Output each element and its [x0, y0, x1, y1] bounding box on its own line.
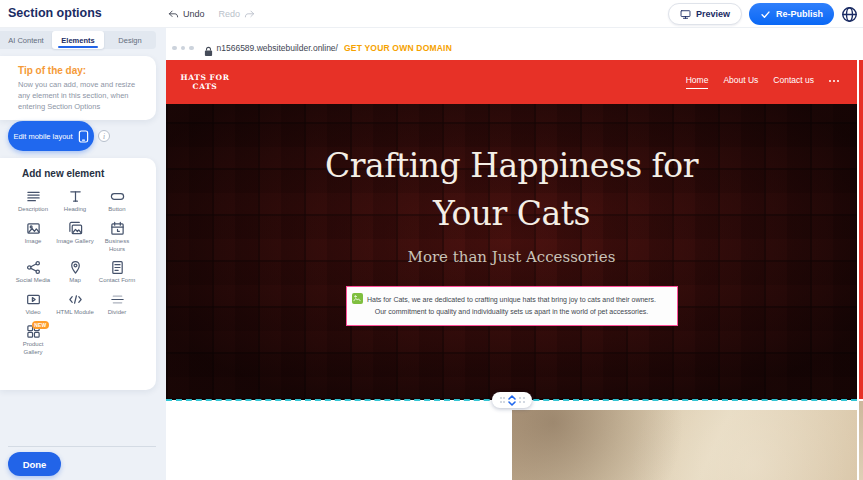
edit-mobile-layout-button[interactable]: Edit mobile layout	[8, 121, 94, 151]
republish-label: Re-Publish	[776, 9, 823, 19]
site-url: n1566589.websitebuilder.online/	[217, 43, 338, 53]
image-gallery-icon	[68, 221, 83, 236]
element-item-heading[interactable]: Heading	[54, 187, 96, 214]
hero-title[interactable]: Crafting Happiness for Your Cats	[166, 142, 857, 238]
redo-label: Redo	[219, 9, 241, 19]
tip-body: Now you can add, move and resize any ele…	[18, 80, 146, 113]
check-icon	[760, 9, 771, 20]
phone-icon	[78, 130, 89, 143]
tab-elements[interactable]: Elements	[52, 31, 104, 49]
element-item-button[interactable]: Button	[96, 187, 138, 214]
handle-grip-dots-icon	[519, 397, 525, 403]
undo-icon	[168, 9, 179, 20]
nav-item-about-us[interactable]: About Us	[723, 75, 758, 89]
video-icon	[26, 292, 41, 307]
element-label: Divider	[97, 309, 137, 317]
social-media-icon	[26, 260, 41, 275]
element-label: Social Media	[13, 277, 53, 285]
business-hours-icon	[110, 221, 125, 236]
element-label: Image	[13, 238, 53, 246]
done-button[interactable]: Done	[8, 452, 61, 476]
hero-subtitle[interactable]: More than Just Accessories	[166, 248, 857, 266]
hero-paragraph-text: Hats for Cats, we are dedicated to craft…	[367, 296, 656, 315]
site-edge-strip-header	[859, 60, 863, 399]
site-logo[interactable]: HATS FOR CATS	[180, 73, 230, 91]
element-item-map[interactable]: Map	[54, 258, 96, 285]
tip-title: Tip of the day:	[18, 65, 146, 76]
element-item-contact-form[interactable]: Contact Form	[96, 258, 138, 285]
preview-label: Preview	[696, 9, 730, 19]
button-icon	[110, 189, 125, 204]
site-header[interactable]: HATS FOR CATS Home About Us Contact us	[166, 60, 857, 104]
divider-icon	[110, 292, 125, 307]
tab-design[interactable]: Design	[104, 31, 156, 49]
description-icon	[26, 189, 41, 204]
site-edge-strip-image	[859, 401, 863, 480]
undo-label: Undo	[183, 9, 205, 19]
get-domain-link[interactable]: GET YOUR OWN DOMAIN	[344, 43, 452, 53]
element-grid: Description Heading Button Image Image G…	[12, 187, 156, 357]
html-module-icon	[68, 292, 83, 307]
republish-button[interactable]: Re-Publish	[749, 3, 834, 25]
element-label: Product Gallery	[13, 341, 53, 357]
hero-section[interactable]: Crafting Happiness for Your Cats More th…	[166, 104, 857, 400]
tip-of-the-day-card: Tip of the day: Now you can add, move an…	[0, 56, 156, 120]
element-item-description[interactable]: Description	[12, 187, 54, 214]
element-item-html-module[interactable]: HTML Module	[54, 290, 96, 317]
monitor-icon	[680, 9, 691, 20]
resize-arrows-icon	[508, 395, 516, 406]
lock-icon	[204, 43, 213, 54]
section-resize-handle[interactable]	[492, 392, 532, 408]
element-image-handle-icon[interactable]	[352, 293, 363, 304]
element-item-image[interactable]: Image	[12, 219, 54, 254]
element-label: Video	[13, 309, 53, 317]
edit-mobile-label: Edit mobile layout	[13, 132, 72, 141]
redo-button[interactable]: Redo	[219, 9, 256, 20]
image-icon	[26, 221, 41, 236]
nav-item-home[interactable]: Home	[686, 75, 709, 89]
sidebar-tabs: AI Content Elements Design	[0, 31, 156, 49]
sidebar-divider	[8, 446, 156, 447]
element-item-social-media[interactable]: Social Media	[12, 258, 54, 285]
element-item-business-hours[interactable]: Business Hours	[96, 219, 138, 254]
contact-form-icon	[110, 260, 125, 275]
add-new-element-panel: Add new element Description Heading Butt…	[0, 158, 156, 390]
heading-icon	[68, 189, 83, 204]
redo-icon	[244, 9, 255, 20]
element-item-image-gallery[interactable]: Image Gallery	[54, 219, 96, 254]
element-label: Image Gallery	[55, 238, 95, 246]
page-title: Section options	[8, 6, 102, 20]
history-controls: Undo Redo	[168, 0, 255, 28]
element-label: Heading	[55, 206, 95, 214]
sidebar: AI Content Elements Design Tip of the da…	[0, 28, 166, 480]
new-badge: NEW	[32, 321, 49, 329]
element-label: Business Hours	[97, 238, 137, 254]
element-label: HTML Module	[55, 309, 95, 317]
element-item-video[interactable]: Video	[12, 290, 54, 317]
window-dots-icon	[172, 46, 194, 51]
map-icon	[68, 260, 83, 275]
undo-button[interactable]: Undo	[168, 9, 205, 20]
element-label: Description	[13, 206, 53, 214]
next-section	[166, 401, 857, 480]
info-icon[interactable]: i	[98, 130, 110, 142]
element-item-product-gallery[interactable]: NEW Product Gallery	[12, 322, 54, 357]
element-label: Map	[55, 277, 95, 285]
site-nav: Home About Us Contact us	[686, 75, 839, 89]
language-globe-icon[interactable]	[841, 6, 858, 23]
editor-canvas: n1566589.websitebuilder.online/ GET YOUR…	[166, 28, 863, 480]
nav-item-contact-us[interactable]: Contact us	[773, 75, 814, 89]
browser-chrome-bar: n1566589.websitebuilder.online/ GET YOUR…	[166, 36, 857, 60]
element-item-divider[interactable]: Divider	[96, 290, 138, 317]
add-panel-title: Add new element	[22, 168, 156, 179]
preview-button[interactable]: Preview	[668, 3, 742, 25]
top-bar: Section options Undo Redo Preview Re-Pub…	[0, 0, 863, 28]
element-label: Contact Form	[97, 277, 137, 285]
nav-more-icon[interactable]	[829, 80, 839, 85]
app-window: Section options Undo Redo Preview Re-Pub…	[0, 0, 863, 480]
next-section-image[interactable]	[512, 410, 857, 480]
hero-paragraph-element[interactable]: Hats for Cats, we are dedicated to craft…	[346, 286, 678, 327]
hero-title-line2: Your Cats	[433, 194, 590, 233]
tab-ai-content[interactable]: AI Content	[0, 31, 52, 49]
hero-title-line1: Crafting Happiness for	[325, 146, 698, 185]
